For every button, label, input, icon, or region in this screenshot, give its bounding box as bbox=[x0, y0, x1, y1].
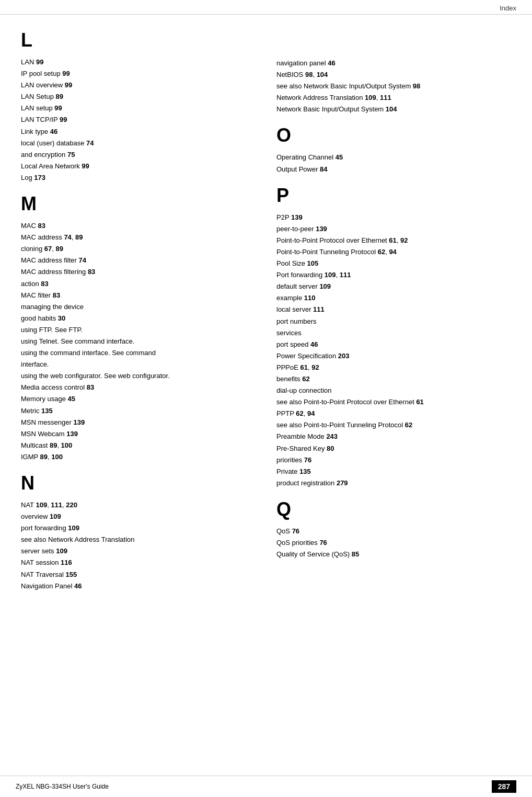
entry-managing-device: managing the device bbox=[21, 301, 256, 313]
page-footer: ZyXEL NBG-334SH User's Guide 287 bbox=[0, 776, 532, 797]
entry-lan: LAN 99 bbox=[21, 56, 256, 68]
entry-multicast: Multicast 89, 100 bbox=[21, 440, 256, 451]
entry-output-power: Output Power 84 bbox=[276, 164, 511, 175]
entry-private: Private 135 bbox=[276, 466, 511, 477]
entry-local-server: local server 111 bbox=[276, 304, 511, 315]
entry-priorities: priorities 76 bbox=[276, 454, 511, 466]
entry-using-telnet: using Telnet. See command interface. bbox=[21, 336, 256, 347]
entry-mac: MAC 83 bbox=[21, 220, 256, 232]
section-O: O Operating Channel 45 Output Power 84 bbox=[276, 124, 511, 175]
entry-pppoe-full: Point-to-Point Protocol over Ethernet 61… bbox=[276, 235, 511, 246]
section-M: M MAC 83 MAC address 74, 89 cloning 67, … bbox=[21, 193, 256, 463]
entry-pptp: PPTP 62, 94 bbox=[276, 408, 511, 419]
entry-netbios-see-also: see also Network Basic Input/Output Syst… bbox=[276, 81, 511, 92]
section-letter-M: M bbox=[21, 193, 256, 215]
entry-memory-usage: Memory usage 45 bbox=[21, 393, 256, 405]
section-Q: Q QoS 76 QoS priorities 76 Quality of Se… bbox=[276, 498, 511, 560]
entry-cloning: cloning 67, 89 bbox=[21, 243, 256, 255]
entry-mac-address-filter: MAC address filter 74 bbox=[21, 255, 256, 266]
entry-interface: interface. bbox=[21, 359, 256, 370]
entry-port-speed: port speed 46 bbox=[276, 339, 511, 350]
entry-netbios: NetBIOS 98, 104 bbox=[276, 69, 511, 81]
entry-product-registration: product registration 279 bbox=[276, 477, 511, 489]
entry-nat-session: NAT session 116 bbox=[21, 557, 256, 568]
entry-using-ftp: using FTP. See FTP. bbox=[21, 324, 256, 336]
entry-msn-messenger: MSN messenger 139 bbox=[21, 417, 256, 428]
section-letter-P: P bbox=[276, 185, 511, 207]
entry-quality-of-service: Quality of Service (QoS) 85 bbox=[276, 549, 511, 560]
entry-default-server: default server 109 bbox=[276, 281, 511, 292]
entry-peer-to-peer: peer-to-peer 139 bbox=[276, 223, 511, 235]
entry-action: action 83 bbox=[21, 278, 256, 290]
section-P: P P2P 139 peer-to-peer 139 Point-to-Poin… bbox=[276, 185, 511, 489]
entry-benefits: benefits 62 bbox=[276, 373, 511, 385]
entry-network-basic: Network Basic Input/Output System 104 bbox=[276, 104, 511, 115]
entry-lan-setup-99: LAN setup 99 bbox=[21, 103, 256, 114]
entry-lan-tcp-ip: LAN TCP/IP 99 bbox=[21, 114, 256, 126]
entry-nat-server-sets: server sets 109 bbox=[21, 545, 256, 557]
entry-metric: Metric 135 bbox=[21, 405, 256, 417]
section-N: N NAT 109, 111, 220 overview 109 port fo… bbox=[21, 472, 256, 592]
entry-pre-shared-key: Pre-Shared Key 80 bbox=[276, 443, 511, 454]
entry-lan-ip-pool: IP pool setup 99 bbox=[21, 68, 256, 79]
entry-qos-priorities: QoS priorities 76 bbox=[276, 537, 511, 549]
entry-mac-address-filtering: MAC address filtering 83 bbox=[21, 266, 256, 278]
entry-dial-up: dial-up connection bbox=[276, 385, 511, 396]
section-letter-O: O bbox=[276, 124, 511, 146]
entry-pppoe: PPPoE 61, 92 bbox=[276, 362, 511, 373]
entry-mac-address: MAC address 74, 89 bbox=[21, 232, 256, 243]
entry-navigation-panel-lc: navigation panel 46 bbox=[276, 58, 511, 69]
entry-msn-webcam: MSN Webcam 139 bbox=[21, 428, 256, 440]
footer-brand: ZyXEL NBG-334SH User's Guide bbox=[16, 783, 109, 790]
entry-port-forwarding: Port forwarding 109, 111 bbox=[276, 269, 511, 281]
entry-good-habits: good habits 30 bbox=[21, 313, 256, 324]
entry-network-address-translation: Network Address Translation 109, 111 bbox=[276, 92, 511, 104]
entry-nat-traversal: NAT Traversal 155 bbox=[21, 569, 256, 580]
entry-port-numbers: port numbers bbox=[276, 316, 511, 327]
entry-pool-size: Pool Size 105 bbox=[276, 258, 511, 269]
entry-p2p: P2P 139 bbox=[276, 212, 511, 223]
left-column: L LAN 99 IP pool setup 99 LAN overview 9… bbox=[16, 15, 266, 602]
entry-nat-overview: overview 109 bbox=[21, 511, 256, 522]
entry-navigation-panel-cap: Navigation Panel 46 bbox=[21, 580, 256, 592]
entry-example: example 110 bbox=[276, 292, 511, 304]
entry-pptp-full: Point-to-Point Tunneling Protocol 62, 94 bbox=[276, 246, 511, 258]
entry-power-spec: Power Specification 203 bbox=[276, 350, 511, 362]
right-column: navigation panel 46 NetBIOS 98, 104 see … bbox=[266, 15, 516, 602]
section-N-continued: navigation panel 46 NetBIOS 98, 104 see … bbox=[276, 58, 511, 115]
entry-operating-channel: Operating Channel 45 bbox=[276, 152, 511, 163]
section-L: L LAN 99 IP pool setup 99 LAN overview 9… bbox=[21, 29, 256, 184]
section-letter-Q: Q bbox=[276, 498, 511, 520]
entry-local-user-db: local (user) database 74 bbox=[21, 138, 256, 149]
entry-local-area-network: Local Area Network 99 bbox=[21, 161, 256, 172]
entry-using-cmd: using the command interface. See command bbox=[21, 347, 256, 359]
entry-using-web: using the web configurator. See web conf… bbox=[21, 370, 256, 382]
entry-pptp-see-also: see also Point-to-Point Tunneling Protoc… bbox=[276, 419, 511, 431]
page-header: Index bbox=[0, 0, 532, 15]
entry-link-type: Link type 46 bbox=[21, 126, 256, 138]
entry-nat: NAT 109, 111, 220 bbox=[21, 499, 256, 511]
entry-preamble-mode: Preamble Mode 243 bbox=[276, 431, 511, 442]
page-number: 287 bbox=[492, 780, 516, 793]
entry-igmp: IGMP 89, 100 bbox=[21, 451, 256, 463]
entry-lan-setup-89: LAN Setup 89 bbox=[21, 91, 256, 103]
entry-mac-filter: MAC filter 83 bbox=[21, 290, 256, 301]
section-letter-L: L bbox=[21, 29, 256, 51]
entry-nat-see-also: see also Network Address Translation bbox=[21, 534, 256, 545]
entry-qos: QoS 76 bbox=[276, 526, 511, 537]
section-letter-N: N bbox=[21, 472, 256, 494]
header-title: Index bbox=[500, 4, 516, 12]
entry-lan-overview: LAN overview 99 bbox=[21, 79, 256, 91]
entry-nat-port-forwarding: port forwarding 109 bbox=[21, 522, 256, 534]
entry-pppoe-see-also: see also Point-to-Point Protocol over Et… bbox=[276, 396, 511, 408]
entry-media-access: Media access control 83 bbox=[21, 382, 256, 393]
entry-and-encryption: and encryption 75 bbox=[21, 149, 256, 161]
entry-services: services bbox=[276, 327, 511, 339]
entry-log: Log 173 bbox=[21, 172, 256, 184]
